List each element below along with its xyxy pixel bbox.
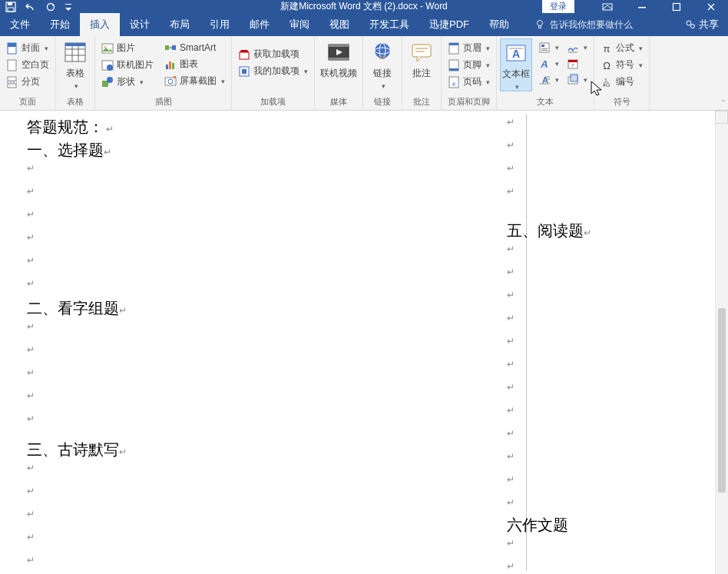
blank-page-button[interactable]: 空白页 [3,57,52,73]
para-mark[interactable]: ↵ [507,428,515,440]
tab-mailings[interactable]: 邮件 [240,13,280,36]
text-line[interactable]: 三、古诗默写↵ [27,440,127,460]
para-mark[interactable]: ↵ [27,486,35,497]
para-mark[interactable]: ↵ [27,367,35,379]
maximize-icon[interactable] [659,0,693,13]
text-line[interactable]: 答题规范： ↵ [27,117,114,138]
para-mark[interactable]: ↵ [507,359,515,370]
text-line[interactable]: 一、选择题↵ [27,140,111,161]
tab-layout[interactable]: 布局 [160,13,200,36]
para-mark[interactable]: ↵ [27,209,35,221]
para-mark[interactable]: ↵ [507,313,515,324]
text-line[interactable]: 二、看字组题↵ [27,298,127,319]
vertical-scrollbar[interactable] [715,124,728,574]
svg-text:Ω: Ω [603,60,611,71]
para-mark[interactable]: ↵ [27,278,35,290]
tab-file[interactable]: 文件 [0,13,40,36]
group-label-media: 媒体 [330,95,347,110]
online-video-button[interactable]: 联机视频 [318,38,359,80]
footer-button[interactable]: 页脚▾ [445,57,493,73]
para-mark[interactable]: ↵ [27,321,35,333]
my-addins-button[interactable]: 我的加载项▾ [235,63,311,79]
get-addins-button[interactable]: 获取加载项 [235,46,311,62]
para-mark[interactable]: ↵ [507,382,515,393]
object-button[interactable]: ▾ [564,72,591,88]
screenshot-button[interactable]: 屏幕截图▾ [161,73,228,89]
para-mark[interactable]: ↵ [507,244,515,255]
para-mark[interactable]: ↵ [507,561,515,572]
para-mark[interactable]: ↵ [507,336,515,347]
qat-more-icon[interactable] [65,1,72,13]
para-mark[interactable]: ↵ [507,451,515,463]
equation-button[interactable]: π公式▾ [597,40,646,56]
para-mark[interactable]: ↵ [27,413,35,425]
comment-button[interactable]: 批注 [405,38,438,80]
page-break-button[interactable]: 分页 [3,74,52,90]
para-mark[interactable]: ↵ [27,344,35,356]
close-icon[interactable] [693,0,728,13]
para-mark[interactable]: ↵ [27,163,35,174]
table-button[interactable]: 表格▾ [59,38,91,90]
tab-insert[interactable]: 插入 [80,13,120,36]
text-line[interactable]: 六作文题 [507,515,568,536]
scroll-thumb[interactable] [718,308,726,493]
para-mark[interactable]: ↵ [507,290,515,301]
para-mark[interactable]: ↵ [27,390,35,402]
collapse-ribbon-icon[interactable]: ˇ [722,99,725,108]
para-mark[interactable]: ↵ [507,405,515,416]
para-mark[interactable]: ↵ [27,463,35,474]
tab-developer[interactable]: 开发工具 [359,13,419,36]
para-mark[interactable]: ↵ [27,509,35,520]
tab-pdf[interactable]: 迅捷PDF [419,13,479,36]
wordart-button[interactable]: A▾ [535,56,562,71]
para-mark[interactable]: ↵ [27,555,35,566]
svg-rect-43 [329,58,349,60]
para-mark[interactable]: ↵ [507,140,515,151]
page[interactable]: 答题规范： ↵ 一、选择题↵ ↵ ↵ ↵ ↵ ↵ ↵ 二、看字组题↵ ↵ ↵ ↵… [23,111,713,574]
svg-rect-60 [541,45,544,47]
undo-icon[interactable] [25,1,37,13]
para-mark[interactable]: ↵ [507,474,515,486]
shapes-button[interactable]: 形状▾ [98,74,157,90]
datetime-button[interactable]: 7 [564,56,591,71]
page-number-button[interactable]: #页码▾ [445,74,493,90]
tab-review[interactable]: 审阅 [280,13,319,36]
para-mark[interactable]: ↵ [507,267,515,278]
cover-page-button[interactable]: 封面▾ [3,40,52,56]
online-pictures-button[interactable]: 联机图片 [98,57,157,73]
ribbon-display-options-icon[interactable] [590,0,624,13]
para-mark[interactable]: ↵ [507,186,515,197]
para-mark[interactable]: ↵ [27,186,35,197]
para-mark[interactable]: ↵ [507,538,515,549]
para-mark[interactable]: ↵ [27,255,35,267]
para-mark[interactable]: ↵ [507,497,515,509]
text-line[interactable]: 五、阅读题↵ [507,221,591,241]
minimize-icon[interactable] [624,0,659,13]
links-button[interactable]: 链接▾ [366,38,399,90]
signature-button[interactable]: ▾ [564,40,591,55]
textbox-button[interactable]: A 文本框▾ [500,38,532,91]
para-mark[interactable]: ↵ [27,532,35,543]
save-icon[interactable] [5,1,17,13]
number-button[interactable]: ,1,#G编号 [597,74,646,90]
login-button[interactable]: 登录 [542,0,574,13]
pictures-button[interactable]: 图片 [98,40,157,56]
para-mark[interactable]: ↵ [507,117,515,128]
para-mark[interactable]: ↵ [507,163,515,174]
smartart-button[interactable]: SmartArt [161,40,228,55]
para-mark[interactable]: ↵ [27,232,35,244]
tab-help[interactable]: 帮助 [479,13,519,36]
chart-button[interactable]: 图表 [161,56,228,72]
tab-design[interactable]: 设计 [120,13,160,36]
share-button[interactable]: 共享 [685,18,719,32]
tell-me-search[interactable]: 告诉我你想要做什么 [534,18,633,32]
symbol-button[interactable]: Ω符号▾ [597,57,646,73]
comment-icon [409,40,434,65]
tab-references[interactable]: 引用 [200,13,240,36]
redo-icon[interactable] [45,1,57,13]
quick-parts-button[interactable]: ▾ [535,40,562,55]
tab-view[interactable]: 视图 [319,13,359,36]
tab-home[interactable]: 开始 [40,13,80,36]
header-button[interactable]: 页眉▾ [445,40,493,56]
dropcap-button[interactable]: A▾ [535,72,562,88]
